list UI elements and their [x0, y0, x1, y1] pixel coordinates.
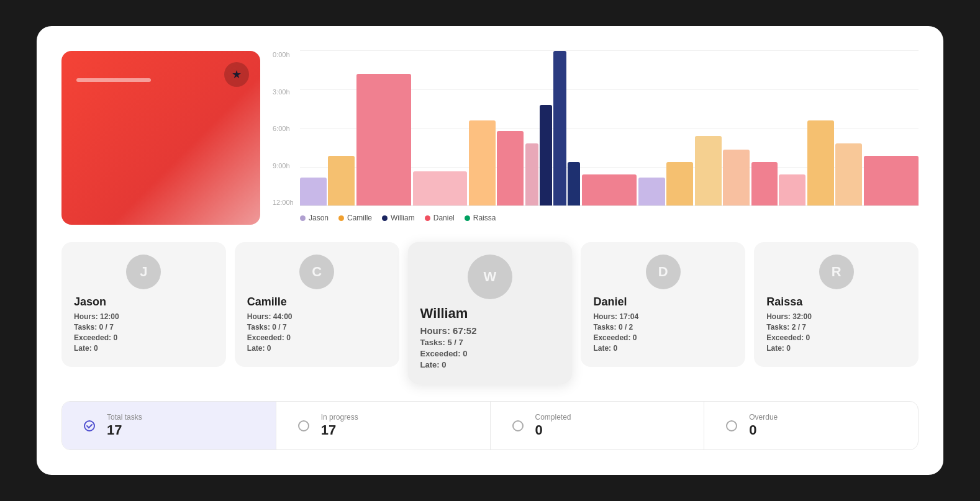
hours-value: 32:00 — [792, 312, 812, 321]
stats-text: Overdue 0 — [749, 413, 778, 438]
bar-group — [413, 51, 468, 205]
bar-group — [525, 51, 580, 205]
avatar: D — [646, 255, 681, 289]
team-card: J Jason Hours: 12:00 Tasks: 0 / 7 Exceed… — [61, 242, 226, 367]
chart-bar — [413, 171, 468, 205]
chart-bar — [835, 143, 862, 205]
legend-dot — [382, 215, 388, 221]
late-value: 0 — [442, 360, 446, 369]
svg-point-3 — [727, 421, 737, 431]
avatar: W — [468, 255, 512, 299]
top-section: ★ 12:00h9:00h6:0 — [61, 51, 919, 225]
chart-area: 12:00h9:00h6:00h3:00h0:00h JasonCamilleW… — [273, 51, 919, 225]
avatar-wrap: R — [766, 255, 906, 289]
tasks-label: Tasks: — [247, 323, 270, 332]
legend-item: Jason — [300, 214, 329, 222]
stats-text: Total tasks 17 — [107, 413, 142, 438]
stats-icon — [294, 416, 314, 436]
team-section: J Jason Hours: 12:00 Tasks: 0 / 7 Exceed… — [61, 242, 919, 384]
hours-stat: Hours: 17:04 — [593, 312, 733, 321]
stats-label: In progress — [321, 413, 358, 422]
chart-y-label: 12:00h — [273, 199, 297, 206]
late-stat: Late: 0 — [74, 344, 214, 353]
stats-label: Total tasks — [107, 413, 142, 422]
progress-bar-wrap — [76, 78, 245, 82]
star-button[interactable]: ★ — [224, 62, 249, 87]
team-card: D Daniel Hours: 17:04 Tasks: 0 / 2 Excee… — [581, 242, 745, 367]
tasks-value: 5 / 7 — [447, 338, 463, 347]
legend-label: William — [391, 214, 415, 222]
avatar: C — [299, 255, 334, 289]
hours-label: Hours: — [766, 312, 791, 321]
late-label: Late: — [593, 344, 611, 353]
stats-segment[interactable]: In progress 17 — [276, 402, 491, 449]
exceeded-value: 0 — [806, 333, 810, 342]
exceeded-stat: Exceeded: 0 — [766, 333, 906, 342]
stats-segment[interactable]: Completed 0 — [491, 402, 705, 449]
progress-bar-bg — [76, 78, 151, 82]
chart-y-label: 3:00h — [273, 88, 297, 96]
exceeded-label: Exceeded: — [74, 333, 111, 342]
exceeded-value: 0 — [286, 333, 291, 342]
chart-bar — [540, 105, 552, 205]
stats-bar: Total tasks 17 In progress 17 Completed … — [61, 401, 919, 450]
hours-label: Hours: — [74, 312, 98, 321]
stats-value: 17 — [321, 422, 358, 438]
chart-bar — [356, 74, 411, 205]
late-stat: Late: 0 — [420, 360, 560, 369]
chart-bar — [497, 131, 524, 205]
chart-bar — [582, 174, 637, 205]
exceeded-label: Exceeded: — [247, 333, 284, 342]
chart-bar — [807, 120, 834, 205]
stats-value: 0 — [749, 422, 778, 438]
chart-bar — [638, 178, 665, 205]
late-stat: Late: 0 — [247, 344, 387, 353]
tasks-label: Tasks: — [420, 338, 445, 347]
late-value: 0 — [94, 344, 98, 353]
bar-group — [582, 51, 637, 205]
tasks-label: Tasks: — [74, 323, 97, 332]
stats-value: 0 — [535, 422, 571, 438]
svg-point-2 — [513, 421, 523, 431]
late-value: 0 — [267, 344, 271, 353]
late-stat: Late: 0 — [766, 344, 906, 353]
legend-label: Camille — [347, 214, 372, 222]
stats-icon — [508, 416, 528, 436]
chart-bars — [300, 51, 919, 206]
svg-point-0 — [84, 421, 94, 431]
legend-label: Jason — [309, 214, 329, 222]
chart-bar — [695, 136, 722, 205]
chart-bar — [666, 162, 693, 205]
avatar-initial: R — [819, 255, 854, 289]
hours-value: 44:00 — [273, 312, 293, 321]
hours-label: Hours: — [247, 312, 271, 321]
chart-bar — [864, 156, 919, 205]
member-name: Camille — [247, 296, 387, 309]
tasks-stat: Tasks: 0 / 7 — [247, 323, 387, 332]
hours-value: 12:00 — [100, 312, 119, 321]
stats-value: 17 — [107, 422, 142, 438]
stats-segment[interactable]: Overdue 0 — [704, 402, 918, 449]
tasks-label: Tasks: — [766, 323, 789, 332]
late-label: Late: — [74, 344, 92, 353]
hours-stat: Hours: 44:00 — [247, 312, 387, 321]
exceeded-stat: Exceeded: 0 — [74, 333, 214, 342]
legend-item: Camille — [338, 214, 372, 222]
chart-y-label: 9:00h — [273, 162, 297, 169]
tasks-stat: Tasks: 2 / 7 — [766, 323, 906, 332]
stats-icon — [79, 416, 99, 436]
chart-bar — [553, 51, 566, 205]
bar-group — [638, 51, 693, 205]
hours-label: Hours: — [593, 312, 617, 321]
member-name: Raissa — [766, 296, 906, 309]
avatar-initial: C — [299, 255, 334, 289]
legend-dot — [300, 215, 306, 221]
bar-group — [751, 51, 806, 205]
stats-segment[interactable]: Total tasks 17 — [62, 402, 276, 449]
bar-group — [356, 51, 411, 205]
exceeded-value: 0 — [463, 349, 467, 358]
exceeded-label: Exceeded: — [420, 349, 461, 358]
avatar-wrap: W — [420, 255, 560, 299]
avatar-initial: W — [468, 255, 512, 299]
stats-label: Overdue — [749, 413, 778, 422]
